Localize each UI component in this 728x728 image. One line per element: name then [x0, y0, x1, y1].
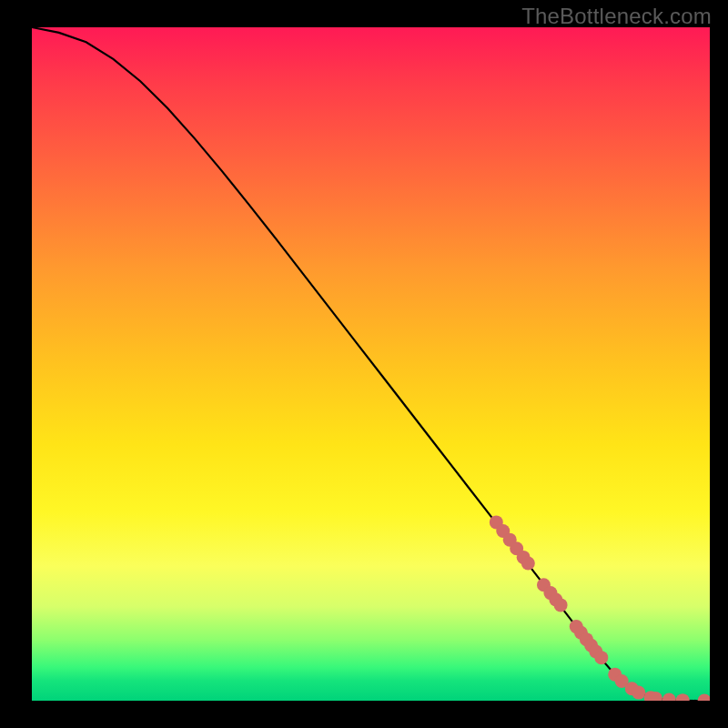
data-dots	[490, 515, 710, 701]
chart-stage: TheBottleneck.com	[0, 0, 728, 728]
plot-area	[32, 27, 710, 701]
data-dot	[698, 694, 710, 702]
data-dot	[521, 557, 535, 571]
data-dot	[554, 598, 568, 612]
chart-svg	[32, 27, 710, 701]
data-dot	[662, 693, 676, 701]
data-dot	[632, 686, 645, 700]
data-dot	[676, 693, 690, 701]
data-dot	[594, 651, 608, 664]
bottleneck-curve	[32, 27, 710, 701]
watermark-label: TheBottleneck.com	[521, 4, 712, 29]
